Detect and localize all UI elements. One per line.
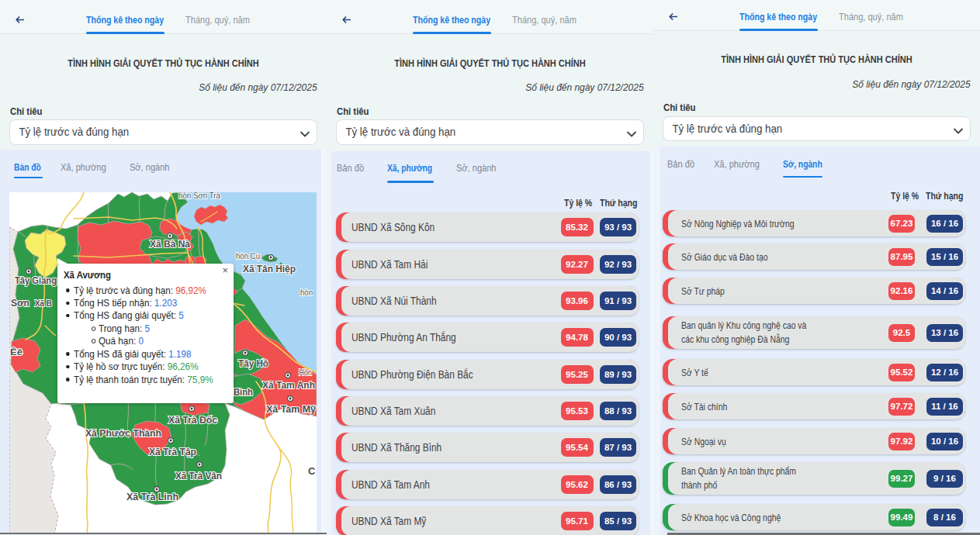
svg-text:Sơn: Sơn: [11, 298, 29, 309]
svg-text:Xã B: Xã B: [35, 299, 52, 308]
svg-text:Xã Trà Linh: Xã Trà Linh: [126, 492, 178, 502]
svg-text:Xã Tân Hiệp: Xã Tân Hiệp: [243, 263, 296, 274]
svg-text:Xã Trà Tập: Xã Trà Tập: [149, 447, 196, 457]
svg-text:Hòn: Hòn: [299, 368, 312, 377]
svg-text:Xã Bà Nà: Xã Bà Nà: [150, 239, 190, 250]
svg-text:Xã Tam Anh: Xã Tam Anh: [262, 380, 315, 391]
svg-text:hòn: hòn: [300, 288, 313, 297]
svg-text:hòn Sơn Trà: hòn Sơn Trà: [178, 192, 221, 200]
svg-text:Xã Trà Đốc: Xã Trà Đốc: [168, 415, 217, 426]
svg-text:Xã Phước Thành: Xã Phước Thành: [85, 428, 161, 439]
svg-text:Tây Hồ: Tây Hồ: [238, 358, 268, 369]
svg-text:Xã Trà Vân: Xã Trà Vân: [175, 471, 222, 482]
svg-text:Bình: Bình: [234, 387, 253, 398]
svg-text:Xã Tam Mỹ: Xã Tam Mỹ: [266, 404, 316, 415]
svg-text:hòn Cụ: hòn Cụ: [236, 251, 260, 261]
svg-text:Tây Giang: Tây Giang: [15, 275, 57, 286]
svg-text:Êê: Êê: [10, 347, 23, 357]
svg-text:C: C: [308, 465, 316, 477]
